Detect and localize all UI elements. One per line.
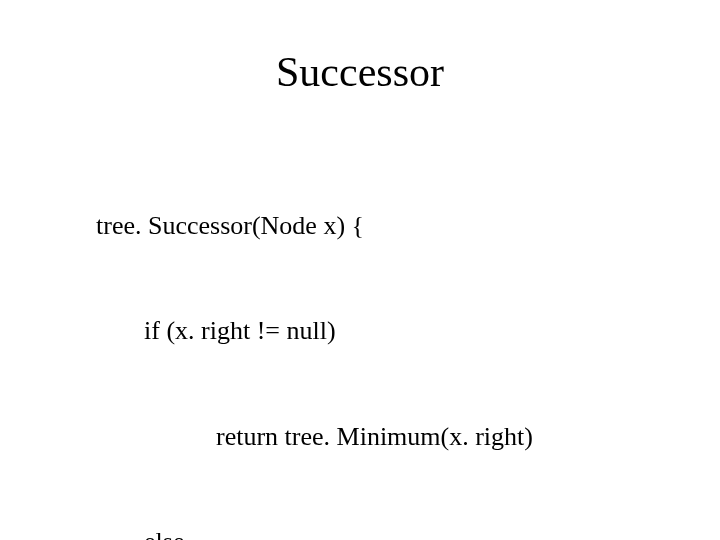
slide-title: Successor xyxy=(0,48,720,96)
code-line: tree. Successor(Node x) { xyxy=(96,208,720,243)
slide: Successor tree. Successor(Node x) { if (… xyxy=(0,0,720,540)
code-line: else xyxy=(96,524,720,540)
code-line: if (x. right != null) xyxy=(96,313,720,348)
code-line: return tree. Minimum(x. right) xyxy=(96,419,720,454)
pseudocode-block: tree. Successor(Node x) { if (x. right !… xyxy=(96,138,720,540)
